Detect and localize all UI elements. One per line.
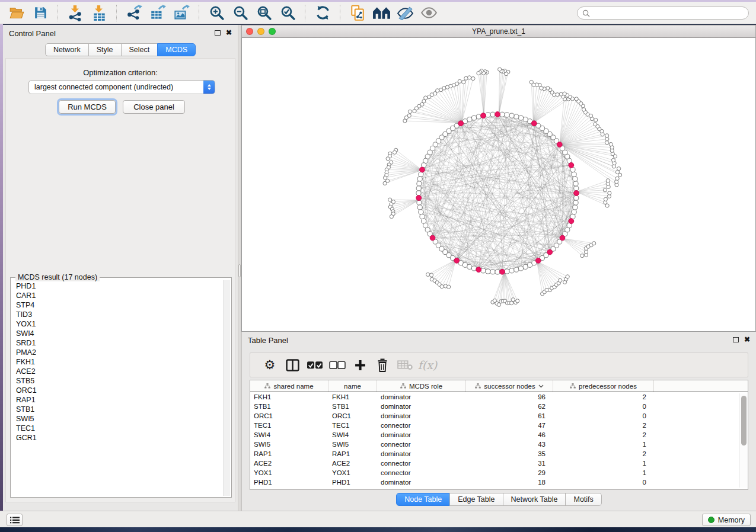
network-node[interactable] [609,142,613,146]
scrollbar-thumb[interactable] [741,396,747,446]
network-node[interactable] [393,150,396,154]
network-node[interactable] [574,196,579,200]
mcds-list-item[interactable]: SWI5 [12,414,222,424]
network-node[interactable] [476,114,481,119]
mcds-list-item[interactable]: PMA2 [12,348,222,357]
network-node[interactable] [563,92,566,95]
export-network-button[interactable] [124,4,144,23]
float-panel-icon[interactable] [733,337,739,342]
network-node[interactable] [388,198,392,201]
network-node[interactable] [580,254,584,258]
network-node[interactable] [417,181,422,186]
mcds-dominator-node[interactable] [557,142,562,148]
zoom-out-button[interactable] [230,4,250,23]
mcds-list-item[interactable]: SRD1 [12,338,222,348]
mcds-list-item[interactable]: STB1 [12,405,222,414]
zoom-in-button[interactable] [206,4,227,23]
network-node[interactable] [615,177,619,180]
network-node[interactable] [390,214,393,218]
import-network-button[interactable] [65,4,85,23]
mcds-list-item[interactable]: STP4 [12,300,222,310]
first-neighbors-button[interactable] [371,4,391,23]
table-row[interactable]: YOX1YOX1connector291 [250,468,748,477]
network-node[interactable] [603,188,607,192]
network-canvas[interactable] [241,38,756,332]
network-node[interactable] [481,268,486,273]
memory-button[interactable]: Memory [702,514,751,526]
close-panel-icon[interactable]: ✖ [226,29,232,36]
network-node[interactable] [529,81,533,84]
close-panel-icon[interactable]: ✖ [744,336,750,343]
network-node[interactable] [510,301,513,305]
tab-edge-table[interactable]: Edge Table [449,493,503,506]
network-node[interactable] [500,112,505,117]
network-node[interactable] [573,200,578,205]
mcds-list-item[interactable]: YOX1 [12,319,222,329]
network-node[interactable] [467,264,472,269]
network-node[interactable] [426,273,430,276]
hide-selected-button[interactable] [395,4,415,23]
table-row[interactable]: ORC1ORC1dominator610 [250,411,748,421]
show-hidden-button[interactable] [419,4,439,23]
network-node[interactable] [467,76,471,79]
network-node[interactable] [611,158,615,162]
network-node[interactable] [617,167,621,171]
mcds-dominator-node[interactable] [569,162,574,168]
tab-style[interactable]: Style [88,43,122,56]
network-node[interactable] [573,205,578,210]
network-node[interactable] [495,270,500,274]
mcds-list-item[interactable]: PHD1 [12,281,222,291]
mcds-list-item[interactable]: ACE2 [12,367,222,376]
network-node[interactable] [574,186,579,191]
network-node[interactable] [462,80,465,84]
mcds-dominator-node[interactable] [458,121,464,126]
network-node[interactable] [575,97,578,101]
network-node[interactable] [471,116,476,120]
zoom-fit-button[interactable] [254,4,274,23]
mcds-list-item[interactable]: CAR1 [12,291,222,300]
table-row[interactable]: PHD1PHD1dominator180 [250,477,748,487]
mcds-dominator-node[interactable] [476,267,481,273]
table-row[interactable]: ACE2ACE2connector311 [250,459,748,468]
network-node[interactable] [606,179,610,182]
network-node[interactable] [573,177,578,181]
network-node[interactable] [509,113,514,118]
mcds-list-scrollbar[interactable] [223,280,230,496]
tab-network[interactable]: Network [45,43,89,56]
network-node[interactable] [428,95,431,98]
zoom-selected-button[interactable] [277,4,298,23]
column-settings-button[interactable]: ⚙ [259,355,281,375]
mcds-dominator-node[interactable] [500,269,505,274]
table-row[interactable]: FKH1FKH1dominator962 [250,392,748,402]
column-header-MCDS-role[interactable]: MCDS role [377,380,466,392]
network-node[interactable] [416,186,421,191]
table-row[interactable]: TEC1TEC1connector472 [250,421,748,430]
network-node[interactable] [523,117,528,122]
network-node[interactable] [566,275,569,278]
mcds-dominator-node[interactable] [420,167,425,172]
network-node[interactable] [605,141,608,145]
network-node[interactable] [429,273,433,277]
network-node[interactable] [490,112,495,117]
mcds-list-item[interactable]: RAP1 [12,395,222,405]
network-node[interactable] [605,204,609,207]
network-node[interactable] [464,76,468,80]
network-node[interactable] [471,266,476,271]
network-node[interactable] [417,200,422,205]
network-node[interactable] [559,278,562,282]
network-node[interactable] [518,266,523,271]
network-node[interactable] [594,118,598,121]
network-node[interactable] [490,270,495,274]
network-node[interactable] [514,267,519,272]
mcds-dominator-node[interactable] [454,258,460,263]
network-node[interactable] [383,181,387,185]
splitter-grip[interactable] [238,264,241,277]
column-header-shared-name[interactable]: shared name [250,380,328,392]
copy-network-button[interactable] [347,4,368,23]
float-panel-icon[interactable] [215,30,221,36]
network-node[interactable] [514,114,519,119]
column-header-successor-nodes[interactable]: successor nodes [466,380,553,392]
add-column-button[interactable] [349,355,371,375]
column-header-name[interactable]: name [328,380,377,392]
network-node[interactable] [573,181,578,186]
